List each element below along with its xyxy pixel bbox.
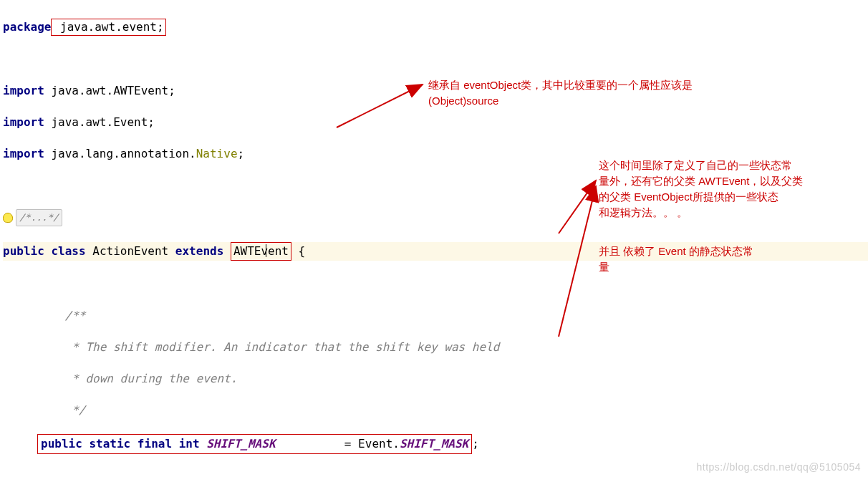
code-editor[interactable]: package java.awt.event; import java.awt.… [0, 0, 868, 477]
folded-javadoc[interactable]: /*...*/ [16, 209, 62, 226]
box-superclass: AWTEvent [231, 242, 291, 261]
blank-line [3, 52, 868, 67]
box-package-name: java.awt.event; [51, 19, 165, 36]
blank-line [3, 276, 868, 292]
javadoc-line: * down during the event. [3, 371, 868, 387]
line-import-1[interactable]: import java.awt.AWTEvent; [3, 83, 868, 99]
javadoc-line: */ [3, 403, 868, 418]
kw-package: package [3, 20, 51, 34]
box-field-shift: public static final int SHIFT_MASK = Eve… [37, 434, 472, 454]
bulb-icon[interactable] [3, 213, 13, 223]
line-folded-comment[interactable]: /*...*/ [3, 209, 868, 226]
javadoc-line: /** [3, 308, 868, 324]
javadoc-line: * The shift modifier. An indicator that … [3, 339, 868, 355]
line-import-2[interactable]: import java.awt.Event; [3, 115, 868, 130]
line-package[interactable]: package java.awt.event; [3, 19, 868, 36]
line-field-shift[interactable]: public static final int SHIFT_MASK = Eve… [3, 434, 868, 454]
line-class-decl[interactable]: public class ActionEvent extends AWTEven… [3, 242, 868, 261]
blank-line [3, 178, 868, 193]
line-import-3[interactable]: import java.lang.annotation.Native; [3, 146, 868, 162]
watermark: https://blog.csdn.net/qq@5105054 [697, 461, 861, 473]
